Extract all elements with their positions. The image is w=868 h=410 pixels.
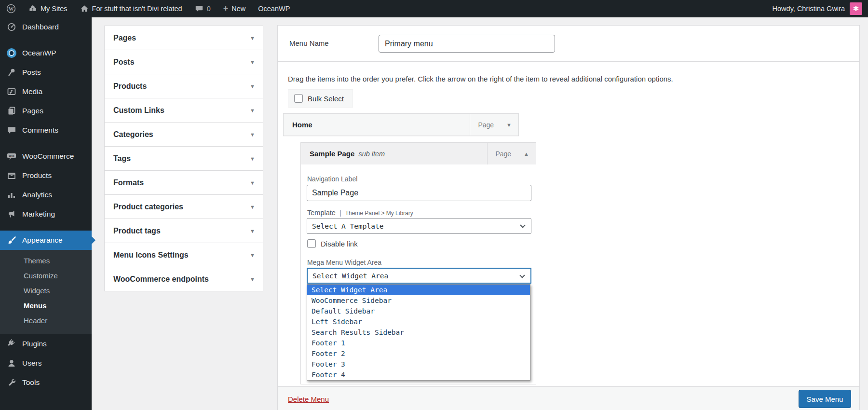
save-menu-button[interactable]: Save Menu bbox=[799, 390, 851, 408]
menu-item-title: Home bbox=[292, 121, 312, 129]
dropdown-option[interactable]: Footer 3 bbox=[307, 359, 530, 369]
menu-name-label: Menu Name bbox=[289, 39, 329, 47]
menu-item-controls: Page ▼ bbox=[470, 114, 518, 136]
menu-name-input[interactable] bbox=[379, 35, 555, 53]
menu-item-sample-page[interactable]: Sample Page sub item Page ▲ bbox=[300, 142, 536, 165]
new-content-menu[interactable]: + New bbox=[217, 0, 252, 17]
menu-item-home[interactable]: Home Page ▼ bbox=[283, 113, 519, 136]
template-label: Template | Theme Panel > My Library bbox=[307, 209, 413, 217]
chevron-down-icon: ▼ bbox=[250, 228, 255, 234]
bulk-select-checkbox[interactable] bbox=[294, 94, 303, 103]
panel-menu-icons-settings[interactable]: Menu Icons Settings▼ bbox=[104, 243, 263, 267]
sidebar-item-label: Appearance bbox=[22, 236, 63, 245]
template-select[interactable]: Select A Template bbox=[307, 218, 531, 234]
sidebar-item-tools[interactable]: Tools bbox=[0, 373, 92, 392]
home-icon bbox=[80, 4, 89, 13]
sub-item-label: sub item bbox=[358, 150, 385, 158]
menu-item-type: Page bbox=[478, 121, 494, 129]
dropdown-option[interactable]: Footer 4 bbox=[307, 369, 530, 380]
svg-text:W: W bbox=[9, 6, 14, 12]
plug-icon bbox=[6, 339, 17, 349]
my-sites-menu[interactable]: My Sites bbox=[22, 0, 74, 17]
mega-menu-label: Mega Menu Widget Area bbox=[307, 259, 381, 266]
menu-item-settings: Navigation Label Template | Theme Panel … bbox=[300, 164, 536, 384]
menu-editor-panel: Menu Name Drag the items into the order … bbox=[277, 25, 860, 410]
sidebar-item-users[interactable]: Users bbox=[0, 354, 92, 373]
sidebar-item-pages[interactable]: Pages bbox=[0, 101, 92, 121]
wordpress-logo[interactable]: W bbox=[0, 0, 22, 17]
submenu-item-header[interactable]: Header bbox=[0, 313, 92, 328]
admin-bar: W My Sites For stuff that isn't Divi rel… bbox=[0, 0, 868, 17]
sidebar-item-products[interactable]: Products bbox=[0, 166, 92, 185]
dropdown-option[interactable]: Left Sidebar bbox=[307, 316, 530, 327]
sidebar-item-posts[interactable]: Posts bbox=[0, 63, 92, 82]
panel-woocommerce-endpoints[interactable]: WooCommerce endpoints▼ bbox=[104, 267, 263, 291]
chevron-down-icon: ▼ bbox=[250, 204, 255, 210]
howdy-account-menu[interactable]: Howdy, Christina Gwira bbox=[773, 5, 845, 13]
panel-formats[interactable]: Formats▼ bbox=[104, 170, 263, 195]
disable-link-row[interactable]: Disable link bbox=[307, 239, 358, 248]
sidebar-item-woocommerce[interactable]: Woo WooCommerce bbox=[0, 147, 92, 166]
menu-item-title: Sample Page bbox=[310, 150, 354, 158]
sidebar-item-dashboard[interactable]: Dashboard bbox=[0, 17, 92, 37]
bulk-select-toggle[interactable]: Bulk Select bbox=[288, 89, 353, 108]
sidebar-item-label: WooCommerce bbox=[22, 152, 74, 161]
pages-icon bbox=[6, 106, 17, 116]
avatar[interactable]: ✱ bbox=[850, 2, 862, 15]
sidebar-item-comments[interactable]: Comments bbox=[0, 121, 92, 140]
sidebar-item-analytics[interactable]: Analytics bbox=[0, 185, 92, 205]
dropdown-option[interactable]: Footer 1 bbox=[307, 338, 530, 348]
chevron-down-icon: ▼ bbox=[250, 83, 255, 89]
panel-product-categories[interactable]: Product categories▼ bbox=[104, 194, 263, 219]
sidebar-item-plugins[interactable]: Plugins bbox=[0, 334, 92, 354]
dropdown-option[interactable]: Select Widget Area bbox=[307, 285, 530, 295]
sidebar-item-marketing[interactable]: Marketing bbox=[0, 205, 92, 224]
chevron-up-icon[interactable]: ▲ bbox=[524, 151, 529, 157]
oceanwp-adminbar-menu[interactable]: OceanWP bbox=[252, 0, 296, 17]
delete-menu-link[interactable]: Delete Menu bbox=[288, 395, 329, 403]
sidebar-item-label: Dashboard bbox=[22, 23, 59, 31]
panel-tags[interactable]: Tags▼ bbox=[104, 146, 263, 171]
panel-custom-links[interactable]: Custom Links▼ bbox=[104, 98, 263, 123]
dropdown-option[interactable]: WooCommerce Sidebar bbox=[307, 295, 530, 306]
chevron-down-icon bbox=[520, 222, 525, 228]
sidebar-item-media[interactable]: Media bbox=[0, 82, 92, 101]
dropdown-option[interactable]: Footer 2 bbox=[307, 348, 530, 359]
sidebar-item-oceanwp[interactable]: OceanWP bbox=[0, 43, 92, 63]
submenu-item-customize[interactable]: Customize bbox=[0, 268, 92, 283]
plus-icon: + bbox=[223, 4, 229, 13]
sidebar-item-label: Tools bbox=[22, 378, 40, 387]
menu-item-controls: Page ▲ bbox=[487, 143, 536, 164]
widget-area-select[interactable]: Select Widget Area bbox=[307, 268, 531, 284]
submenu-item-themes[interactable]: Themes bbox=[0, 253, 92, 268]
svg-text:Woo: Woo bbox=[9, 154, 14, 157]
panel-products[interactable]: Products▼ bbox=[104, 74, 263, 98]
sidebar-item-label: Analytics bbox=[22, 191, 52, 199]
disable-link-checkbox[interactable] bbox=[307, 239, 316, 248]
template-hint: Theme Panel > My Library bbox=[345, 210, 413, 217]
site-name-menu[interactable]: For stuff that isn't Divi related bbox=[74, 0, 189, 17]
chevron-down-icon: ▼ bbox=[250, 180, 255, 186]
dropdown-option[interactable]: Search Results Sidebar bbox=[307, 327, 530, 338]
chevron-down-icon bbox=[519, 273, 525, 278]
my-sites-label: My Sites bbox=[41, 5, 68, 13]
dropdown-option[interactable]: Default Sidebar bbox=[307, 306, 530, 316]
panel-categories[interactable]: Categories▼ bbox=[104, 122, 263, 147]
submenu-item-menus[interactable]: Menus bbox=[0, 298, 92, 313]
panel-pages[interactable]: Pages▼ bbox=[104, 26, 263, 50]
menu-item-source-panels: Pages▼ Posts▼ Products▼ Custom Links▼ Ca… bbox=[104, 26, 263, 291]
chevron-down-icon: ▼ bbox=[250, 35, 255, 41]
chevron-down-icon: ▼ bbox=[250, 132, 255, 137]
panel-posts[interactable]: Posts▼ bbox=[104, 50, 263, 74]
sidebar-item-appearance[interactable]: Appearance bbox=[0, 231, 92, 250]
navigation-label-input[interactable] bbox=[307, 185, 531, 201]
comments-icon bbox=[6, 125, 17, 135]
submenu-item-widgets[interactable]: Widgets bbox=[0, 283, 92, 298]
chevron-down-icon[interactable]: ▼ bbox=[506, 122, 512, 128]
sidebar-item-label: Pages bbox=[22, 107, 43, 115]
panel-product-tags[interactable]: Product tags▼ bbox=[104, 219, 263, 243]
comments-shortcut[interactable]: 0 bbox=[189, 0, 217, 17]
chevron-down-icon: ▼ bbox=[250, 276, 255, 282]
menu-name-row: Menu Name bbox=[278, 26, 859, 62]
bar-chart-icon bbox=[6, 190, 17, 200]
